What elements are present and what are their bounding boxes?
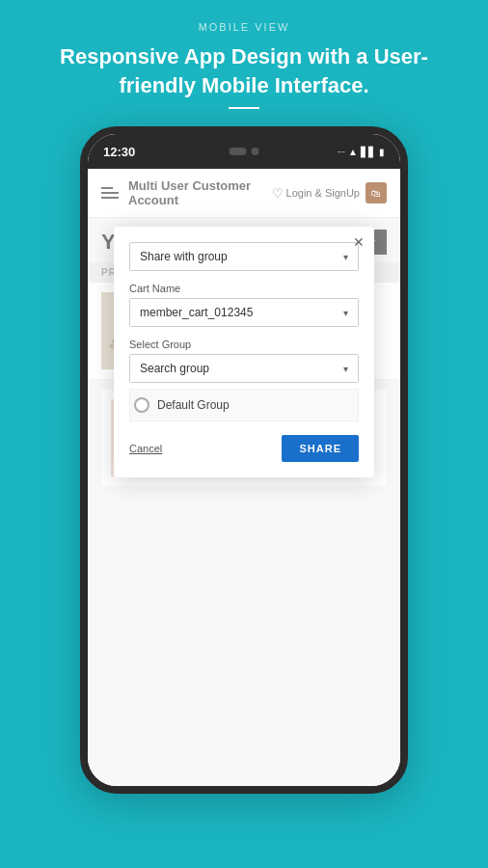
radio-button	[134, 397, 149, 413]
status-icons: ··· ▲ ▋▋ ▮	[338, 147, 385, 157]
mobile-view-label: MOBILE VIEW	[199, 21, 290, 33]
headline-divider	[229, 107, 259, 109]
radio-label: Default Group	[157, 398, 230, 412]
modal-close-button[interactable]: ✕	[353, 234, 365, 250]
battery-icon: ▮	[379, 147, 385, 157]
chevron-down-icon-2: ▾	[343, 308, 348, 318]
select-group-value: Search group	[140, 362, 209, 375]
wifi-icon: ▲	[348, 147, 358, 157]
phone-top-bar: 12:30 ··· ▲ ▋▋ ▮	[88, 134, 400, 169]
cart-name-label: Cart Name	[129, 283, 359, 294]
chevron-down-icon: ▾	[343, 252, 348, 262]
notch-camera	[252, 148, 259, 155]
signal-icon: ▋▋	[361, 147, 376, 157]
share-with-group-dropdown[interactable]: Share with group ▾	[129, 242, 359, 271]
ellipsis-icon: ···	[338, 147, 345, 157]
share-dropdown-group: Share with group ▾	[129, 242, 359, 271]
phone-notch	[230, 148, 259, 155]
modal-overlay: ✕ Share with group ▾ Cart Name member_ca…	[88, 169, 400, 794]
page-headline: Responsive App Design with a User-friend…	[0, 42, 488, 99]
cancel-button[interactable]: Cancel	[129, 443, 162, 454]
phone-time: 12:30	[103, 145, 135, 159]
cart-name-group: Cart Name member_cart_012345 ▾	[129, 283, 359, 327]
select-group-dropdown[interactable]: Search group ▾	[129, 354, 359, 383]
cart-name-value: member_cart_012345	[140, 306, 253, 319]
cart-name-dropdown[interactable]: member_cart_012345 ▾	[129, 298, 359, 327]
default-group-radio[interactable]: Default Group	[129, 389, 359, 421]
notch-speaker	[230, 148, 247, 155]
share-submit-button[interactable]: SHARE	[282, 435, 359, 462]
share-dropdown-value: Share with group	[140, 250, 228, 263]
select-group-label: Select Group	[129, 339, 359, 350]
chevron-down-icon-3: ▾	[343, 364, 348, 374]
select-group-group: Select Group Search group ▾ Default Grou…	[129, 339, 359, 421]
modal-actions: Cancel SHARE	[129, 435, 359, 462]
phone-screen: Multi User Customer Account ♡ Login & Si…	[88, 169, 400, 794]
share-modal: ✕ Share with group ▾ Cart Name member_ca…	[114, 227, 374, 477]
phone-frame: 12:30 ··· ▲ ▋▋ ▮ Multi User Customer Acc…	[80, 126, 408, 794]
